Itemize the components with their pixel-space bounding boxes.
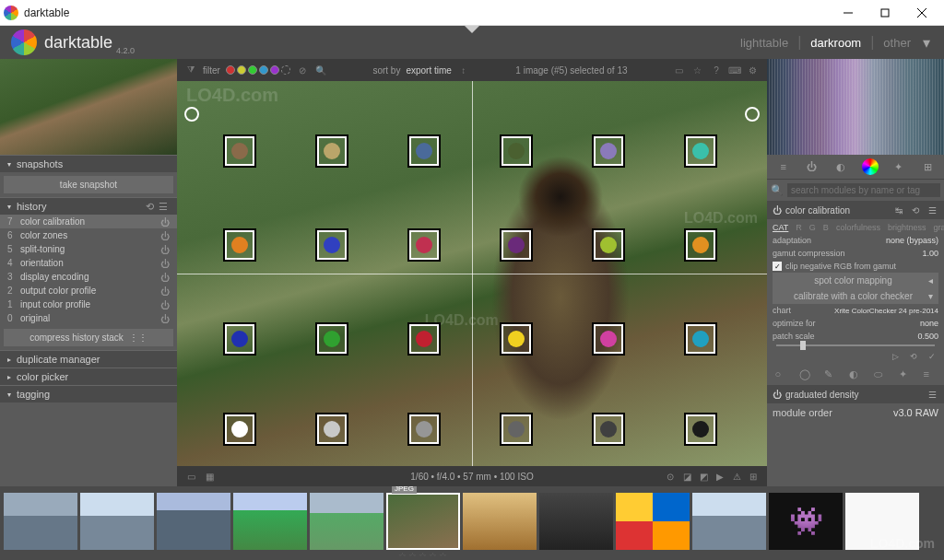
color-patch[interactable] (500, 413, 533, 446)
color-patch[interactable] (315, 134, 348, 168)
cc-tab[interactable]: colorfulness (836, 223, 880, 232)
off-icon[interactable]: ○ (774, 368, 787, 381)
color-label-filter[interactable] (226, 65, 290, 75)
calibrate-checker[interactable]: calibrate with a color checker▾ (773, 288, 938, 304)
menu-icon[interactable]: ☰ (926, 204, 938, 216)
reset-icon[interactable]: ⟲ (909, 204, 922, 216)
sort-dir-icon[interactable]: ↕ (457, 64, 470, 76)
cc-tab[interactable]: B (823, 223, 829, 232)
history-item[interactable]: 1input color profile⏻ (0, 298, 177, 311)
cc-tab[interactable]: R (796, 223, 802, 232)
sort-value[interactable]: export time (406, 65, 451, 76)
presets-icon[interactable]: ▭ (184, 470, 197, 483)
power-icon[interactable]: ⏻ (773, 390, 782, 400)
section-colorpicker[interactable]: ▸ color picker (0, 368, 177, 385)
blend-icon[interactable]: ≡ (923, 368, 936, 381)
search-icon[interactable]: 🔍 (771, 184, 784, 197)
filmstrip-thumb[interactable] (157, 493, 230, 550)
color-patch[interactable] (592, 134, 625, 168)
filmstrip-thumb[interactable] (539, 493, 613, 550)
filmstrip-thumb[interactable]: JPEG☆☆☆☆☆ (386, 493, 460, 550)
iso-icon[interactable]: ⊙ (664, 470, 677, 483)
mode-other[interactable]: other (874, 36, 920, 50)
image-canvas[interactable]: LO4D.com LO4D.com LO4D.com (177, 81, 767, 466)
waveform-scope[interactable] (767, 59, 944, 155)
take-snapshot-button[interactable]: take snapshot (4, 176, 173, 193)
section-tagging[interactable]: ▾ tagging (0, 385, 177, 402)
cc-tab[interactable]: brightness (888, 223, 926, 232)
menu-icon[interactable]: ☰ (926, 388, 938, 401)
filmstrip-thumb[interactable] (233, 493, 307, 550)
star-icon[interactable]: ☆ (691, 64, 704, 76)
clip-negative-checkbox[interactable]: ✓clip negative RGB from gamut (773, 260, 938, 273)
active-icon[interactable]: ⏻ (804, 158, 820, 175)
power-icon[interactable]: ⏻ (773, 205, 782, 216)
color-patch[interactable] (223, 322, 256, 356)
module-graduated-density[interactable]: ⏻ graduated density ☰ (767, 385, 944, 403)
play-icon[interactable]: ▶ (714, 470, 726, 483)
module-search-input[interactable] (787, 183, 940, 197)
correct-icon[interactable]: ✦ (891, 158, 907, 175)
color-patch[interactable] (315, 413, 348, 446)
chart-value[interactable]: Xrite ColorChecker 24 pre-2014 (834, 307, 938, 315)
color-patch[interactable] (592, 413, 625, 446)
filmstrip-thumb[interactable] (4, 493, 77, 550)
history-item[interactable]: 5split-toning⏻ (0, 242, 177, 256)
patch-value[interactable]: 0.500 (917, 332, 938, 341)
section-snapshots[interactable]: ▾ snapshots (0, 155, 177, 172)
module-order-value[interactable]: v3.0 RAW (893, 407, 938, 418)
quickaccess-icon[interactable]: ≡ (775, 158, 792, 175)
color-patch[interactable] (500, 322, 533, 356)
styles-icon[interactable]: ▦ (203, 470, 216, 483)
accept-icon[interactable]: ▷ (889, 350, 902, 363)
color-patch[interactable] (684, 413, 717, 446)
filmstrip-thumb[interactable]: 👾 (769, 493, 843, 550)
filter-icon[interactable]: ⧩ (184, 64, 197, 76)
star-rating[interactable]: ☆☆☆☆☆ (398, 551, 449, 556)
color-patch[interactable] (315, 322, 348, 356)
cc-tab[interactable]: CAT (773, 223, 788, 232)
filmstrip-thumb[interactable] (80, 493, 154, 550)
uniform-icon[interactable]: ◯ (799, 368, 812, 381)
gear-icon[interactable]: ⚙ (747, 64, 760, 76)
target-marker-left[interactable] (184, 107, 199, 122)
guides-icon[interactable]: ⊞ (747, 470, 760, 483)
module-color-calibration[interactable]: ⏻ color calibration ↹ ⟲ ☰ (767, 201, 944, 219)
drawn-param-icon[interactable]: ⬭ (874, 368, 887, 381)
color-patch[interactable] (223, 134, 256, 168)
menu-icon[interactable]: ☰ (159, 201, 170, 212)
styles-icon[interactable]: ⋮⋮ (129, 332, 148, 343)
warning-icon[interactable]: ⚠ (730, 470, 743, 483)
multi-instance-icon[interactable]: ↹ (892, 204, 905, 216)
color-patch[interactable] (223, 413, 256, 446)
color-patch[interactable] (592, 228, 625, 262)
chevron-down-icon[interactable]: ▾ (920, 36, 933, 49)
section-duplicate[interactable]: ▸ duplicate manager (0, 350, 177, 368)
cc-tab[interactable]: G (809, 223, 816, 232)
color-patch[interactable] (684, 134, 717, 168)
history-item[interactable]: 2output color profile⏻ (0, 284, 177, 298)
run-icon[interactable]: ⟲ (907, 350, 920, 363)
history-item[interactable]: 0original⏻ (0, 311, 177, 325)
display-icon[interactable]: ▭ (673, 64, 686, 76)
clip-lo-icon[interactable]: ◩ (697, 470, 710, 483)
target-marker-right[interactable] (745, 107, 760, 122)
compress-history-button[interactable]: compress history stack ⋮⋮ (4, 329, 173, 346)
section-history[interactable]: ▾ history ⟲ ☰ (0, 197, 177, 215)
filmstrip[interactable]: JPEG☆☆☆☆☆👾 LO4D.com (0, 486, 944, 556)
color-patch[interactable] (407, 413, 441, 446)
color-patch[interactable] (223, 228, 256, 262)
color-patch[interactable] (684, 322, 717, 356)
clip-hi-icon[interactable]: ◪ (680, 470, 693, 483)
mode-darkroom[interactable]: darkroom (801, 36, 870, 50)
color-patch[interactable] (407, 322, 441, 356)
filmstrip-thumb[interactable] (845, 493, 919, 550)
spot-color-mapping[interactable]: spot color mapping◂ (773, 273, 938, 288)
preview-thumbnail[interactable] (0, 59, 177, 155)
color-patch[interactable] (407, 134, 441, 168)
adaptation-value[interactable]: none (bypass) (886, 236, 938, 245)
check-icon[interactable]: ✓ (926, 350, 938, 363)
history-item[interactable]: 6color zones⏻ (0, 228, 177, 242)
gamut-value[interactable]: 1.00 (922, 249, 938, 258)
filmstrip-thumb[interactable] (463, 493, 537, 550)
